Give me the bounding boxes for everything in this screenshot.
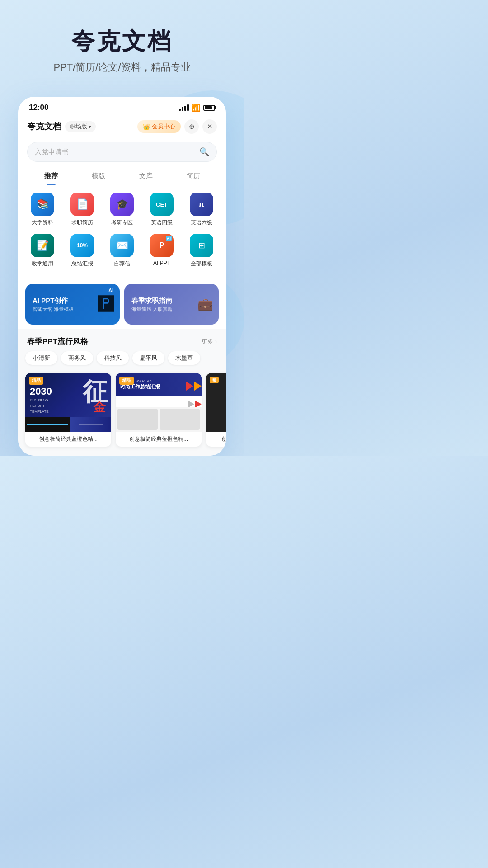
template-label-1: 创意极简经典蓝橙色精...	[116, 432, 202, 447]
tab-resume[interactable]: 简历	[169, 168, 217, 185]
battery-icon	[203, 105, 215, 111]
banner-job-icon: 💼	[197, 297, 213, 312]
app-name: 夸克文档	[18, 27, 226, 55]
banner-ai-ppt[interactable]: AI AI PPT创作 智能大纲 海量模板 🅿	[25, 284, 120, 325]
close-icon: ✕	[207, 123, 213, 131]
app-logo: 夸克文档	[27, 121, 61, 132]
all-templates-icon: ⊞	[198, 241, 205, 250]
style-tag-0[interactable]: 小清新	[25, 351, 57, 365]
style-tag-4[interactable]: 水墨画	[168, 351, 200, 365]
version-badge[interactable]: 职场版 ▾	[65, 121, 96, 132]
chevron-down-icon: ▾	[89, 124, 91, 130]
style-tags: 小清新 商务风 科技风 扁平风 水墨画	[18, 351, 226, 370]
icon-all-templates[interactable]: ⊞ 全部模板	[183, 234, 220, 268]
style-tag-1[interactable]: 商务风	[61, 351, 93, 365]
search-placeholder: 入党申请书	[35, 148, 196, 156]
app-header: 夸克文档 职场版 ▾ 👑 会员中心 ⊕ ✕	[18, 116, 226, 138]
template-img-0: 精品 2030 BUSINESS REPORT TEMPLATE JOURNEY…	[25, 373, 111, 432]
tpl1-kanji2: 金	[93, 399, 106, 416]
icon-grid: 📚 大学资料 📄 求职简历 🎓 考研专区 CET 英语四级	[18, 185, 226, 279]
close-button[interactable]: ✕	[202, 119, 217, 134]
icon-research[interactable]: 🎓 考研专区	[104, 193, 140, 226]
status-time: 12:00	[29, 103, 48, 112]
tab-recommend[interactable]: 推荐	[27, 168, 75, 185]
tab-indicator	[47, 184, 56, 185]
template-label-2: 创	[206, 432, 226, 447]
template-img-1: 精品 BUSINESS PLAN 时尚工作总结汇报	[116, 373, 202, 432]
icon-ai-ppt[interactable]: P AI AI PPT	[144, 234, 180, 268]
header-right: 👑 会员中心 ⊕ ✕	[137, 119, 217, 134]
cet4-icon: CET	[156, 201, 168, 208]
style-tag-2[interactable]: 科技风	[97, 351, 129, 365]
teaching-icon: 📝	[37, 240, 49, 251]
search-container: 入党申请书 🔍	[18, 138, 226, 165]
status-icons: 📶	[179, 104, 215, 112]
aippt-icon: P	[160, 241, 164, 250]
research-icon: 🎓	[116, 198, 128, 210]
icon-letter[interactable]: ✉️ 自荐信	[104, 234, 140, 268]
add-icon: ⊕	[189, 123, 195, 131]
template-card-0[interactable]: 精品 2030 BUSINESS REPORT TEMPLATE JOURNEY…	[25, 373, 111, 447]
arrow-orange	[194, 382, 202, 391]
tabs-container: 推荐 模版 文库 简历	[18, 165, 226, 185]
signal-icon	[179, 104, 189, 111]
university-icon: 📚	[37, 198, 49, 210]
search-icon: 🔍	[199, 147, 209, 157]
status-bar: 12:00 📶	[18, 97, 226, 116]
section-title: 春季PPT流行风格	[27, 336, 88, 347]
crown-icon: 👑	[143, 123, 150, 130]
app-tagline: PPT/简历/论文/资料，精品专业	[18, 61, 226, 74]
search-bar[interactable]: 入党申请书 🔍	[27, 142, 217, 162]
phone-mockup: 12:00 📶 夸克文档 职场版 ▾ 👑 会员中心	[18, 97, 226, 456]
style-tag-3[interactable]: 扁平风	[132, 351, 164, 365]
more-link[interactable]: 更多 ›	[202, 338, 217, 346]
icon-row-2: 📝 教学通用 10% 总结汇报 ✉️ 自荐信 P AI	[23, 234, 221, 268]
premium-badge-1: 精品	[119, 377, 134, 385]
template-card-1[interactable]: 精品 BUSINESS PLAN 时尚工作总结汇报	[116, 373, 202, 447]
summary-icon: 10%	[77, 242, 88, 249]
icon-cet6[interactable]: π 英语六级	[183, 193, 220, 226]
icon-teaching[interactable]: 📝 教学通用	[24, 234, 61, 268]
banners: AI AI PPT创作 智能大纲 海量模板 🅿 春季求职指南 海量简历 入职真题…	[18, 279, 226, 329]
wifi-icon: 📶	[192, 104, 201, 112]
cet6-icon: π	[198, 200, 205, 209]
add-button[interactable]: ⊕	[184, 119, 199, 134]
icon-cet4[interactable]: CET 英语四级	[144, 193, 180, 226]
tab-library[interactable]: 文库	[122, 168, 169, 185]
icon-resume[interactable]: 📄 求职简历	[64, 193, 100, 226]
template-label-0: 创意极简经典蓝橙色精...	[25, 432, 111, 447]
arrow-red	[186, 382, 193, 391]
premium-badge-0: 精品	[29, 377, 43, 385]
icon-university[interactable]: 📚 大学资料	[24, 193, 61, 226]
premium-badge-2: 精	[210, 377, 219, 383]
member-center-button[interactable]: 👑 会员中心	[137, 120, 181, 133]
banner-ai-label: AI	[108, 288, 113, 293]
tpl1-bottom-grid	[25, 417, 111, 432]
template-grid: 精品 2030 BUSINESS REPORT TEMPLATE JOURNEY…	[18, 370, 226, 456]
tab-template[interactable]: 模版	[75, 168, 122, 185]
section-header: 春季PPT流行风格 更多 ›	[18, 329, 226, 351]
resume-icon: 📄	[76, 198, 89, 210]
template-img-2: 精	[206, 373, 226, 432]
banner-ai-icon: 🅿	[98, 295, 114, 314]
hero-section: 夸克文档 PPT/简历/论文/资料，精品专业	[0, 0, 244, 88]
icon-row-1: 📚 大学资料 📄 求职简历 🎓 考研专区 CET 英语四级	[23, 193, 221, 226]
icon-summary[interactable]: 10% 总结汇报	[64, 234, 100, 268]
banner-job-guide[interactable]: 春季求职指南 海量简历 入职真题 💼	[124, 284, 219, 325]
letter-icon: ✉️	[116, 240, 128, 251]
template-card-2[interactable]: 精 创	[206, 373, 226, 447]
